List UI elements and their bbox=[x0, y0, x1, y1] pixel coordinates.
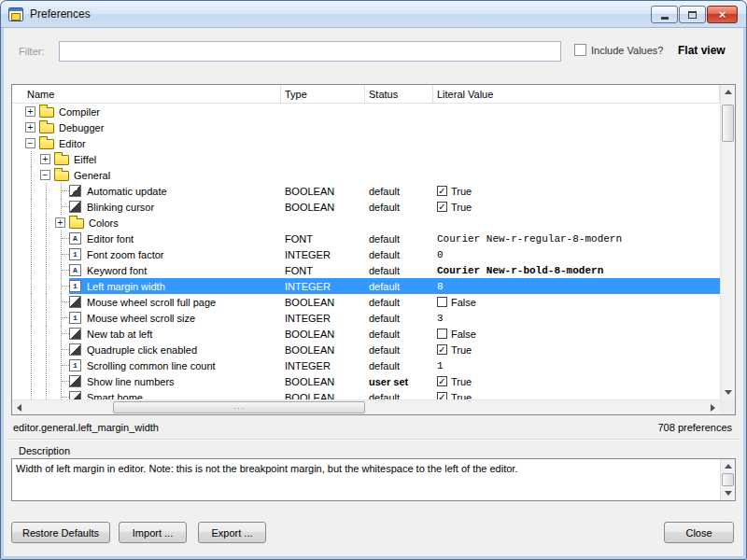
tree-row[interactable]: Blinking cursorBOOLEANdefault✓True bbox=[12, 199, 720, 215]
tree-row[interactable]: 1Scrolling common line countINTEGERdefau… bbox=[12, 357, 720, 373]
tree-row[interactable]: Smart homeBOOLEANdefault✓True bbox=[12, 389, 720, 399]
expand-icon[interactable]: + bbox=[55, 217, 65, 228]
expand-icon[interactable]: + bbox=[25, 122, 35, 133]
tree-row[interactable]: AKeyword fontFONTdefaultCourier New-r-bo… bbox=[12, 262, 720, 278]
down-arrow-icon bbox=[725, 491, 732, 496]
name-cell: Automatic update bbox=[12, 183, 281, 199]
bool-preference-icon bbox=[69, 375, 81, 387]
folder-icon bbox=[39, 139, 54, 149]
scroll-down-button[interactable] bbox=[721, 486, 735, 500]
tree-guide bbox=[24, 342, 39, 357]
tree-guide bbox=[24, 357, 39, 373]
tree-row[interactable]: +Colors bbox=[12, 215, 720, 231]
tree-indent bbox=[12, 215, 24, 231]
horizontal-scroll-thumb[interactable]: ··· bbox=[113, 401, 365, 413]
import-button[interactable]: Import ... bbox=[119, 522, 187, 543]
checked-checkbox[interactable]: ✓ bbox=[437, 202, 447, 212]
close-dialog-button[interactable]: Close bbox=[664, 522, 734, 543]
tree-guide bbox=[24, 215, 39, 231]
preferences-grid: Name Type Status Literal Value +Compiler… bbox=[11, 84, 736, 415]
tree-row[interactable]: −General bbox=[12, 167, 720, 183]
tree-guide bbox=[24, 294, 39, 310]
name-cell: 1Scrolling common line count bbox=[12, 357, 281, 373]
minimize-button[interactable] bbox=[651, 6, 678, 23]
scroll-right-button[interactable] bbox=[706, 400, 720, 414]
tree-indent bbox=[12, 151, 24, 167]
column-header-status[interactable]: Status bbox=[365, 85, 433, 103]
tree-row[interactable]: Show line numbersBOOLEANuser set✓True bbox=[12, 373, 720, 389]
titlebar[interactable]: Preferences × bbox=[1, 1, 746, 28]
name-cell: +Eiffel bbox=[12, 151, 281, 167]
tree-row[interactable]: Mouse wheel scroll full pageBOOLEANdefau… bbox=[12, 294, 720, 310]
row-status: default bbox=[365, 342, 433, 357]
checked-checkbox[interactable]: ✓ bbox=[437, 392, 447, 399]
row-literal-value: 3 bbox=[433, 310, 720, 326]
row-status bbox=[365, 135, 433, 151]
separator bbox=[7, 439, 740, 441]
row-name: Editor font bbox=[86, 233, 134, 245]
close-icon: × bbox=[719, 8, 726, 21]
expand-icon[interactable]: + bbox=[40, 154, 50, 164]
expand-icon[interactable]: + bbox=[25, 106, 35, 117]
column-header-name[interactable]: Name bbox=[12, 85, 281, 103]
row-name: Smart home bbox=[86, 392, 143, 400]
maximize-button[interactable] bbox=[679, 6, 706, 23]
collapse-icon[interactable]: − bbox=[25, 138, 35, 148]
tree-guide bbox=[24, 199, 39, 215]
tree-row[interactable]: Quadruple click enabledBOOLEANdefault✓Tr… bbox=[12, 342, 720, 357]
checked-checkbox[interactable]: ✓ bbox=[437, 344, 447, 355]
scroll-up-button[interactable] bbox=[721, 459, 735, 473]
scroll-left-button[interactable] bbox=[12, 400, 26, 414]
include-values-checkbox[interactable] bbox=[574, 44, 586, 56]
tree-row[interactable]: 1Mouse wheel scroll sizeINTEGERdefault3 bbox=[12, 310, 720, 326]
restore-defaults-button[interactable]: Restore Defaults bbox=[11, 522, 110, 543]
value-text: True bbox=[451, 344, 472, 356]
folder-icon bbox=[54, 171, 69, 181]
unchecked-checkbox[interactable] bbox=[437, 329, 447, 339]
tree-guide bbox=[39, 342, 54, 357]
tree-row[interactable]: +Compiler bbox=[12, 104, 720, 119]
tree-guide bbox=[24, 373, 39, 389]
vertical-scrollbar[interactable] bbox=[720, 85, 735, 399]
tree-row[interactable]: 1Font zoom factorINTEGERdefault0 bbox=[12, 246, 720, 262]
horizontal-scrollbar[interactable]: ··· bbox=[12, 399, 720, 414]
preferences-window: Preferences × Filter: Include Values? Fl… bbox=[0, 0, 747, 560]
description-scrollbar[interactable] bbox=[720, 459, 735, 500]
scroll-up-button[interactable] bbox=[721, 85, 735, 99]
tree-row[interactable]: New tab at leftBOOLEANdefaultFalse bbox=[12, 326, 720, 342]
name-cell: −General bbox=[12, 167, 281, 183]
tree-guide: − bbox=[39, 167, 54, 183]
unchecked-checkbox[interactable] bbox=[437, 297, 447, 307]
column-header-literal-value[interactable]: Literal Value bbox=[433, 85, 720, 103]
checked-checkbox[interactable]: ✓ bbox=[437, 376, 447, 386]
vertical-scroll-thumb[interactable] bbox=[722, 105, 734, 142]
tree-guide bbox=[39, 183, 54, 199]
tree-row[interactable]: −Editor bbox=[12, 135, 720, 151]
name-cell: +Compiler bbox=[12, 104, 281, 119]
row-type: INTEGER bbox=[281, 357, 365, 373]
row-type: BOOLEAN bbox=[281, 389, 365, 399]
tree-row[interactable]: 1Left margin widthINTEGERdefault8 bbox=[12, 278, 720, 294]
tree-row[interactable]: Automatic updateBOOLEANdefault✓True bbox=[12, 183, 720, 199]
description-scroll-thumb[interactable] bbox=[722, 473, 734, 486]
tree-guide bbox=[39, 246, 54, 262]
collapse-icon[interactable]: − bbox=[40, 170, 50, 180]
row-literal-value: ✓True bbox=[433, 199, 720, 215]
tree-row[interactable]: AEditor fontFONTdefaultCourier New-r-reg… bbox=[12, 231, 720, 246]
column-header-type[interactable]: Type bbox=[281, 85, 365, 103]
export-button[interactable]: Export ... bbox=[198, 522, 266, 543]
row-type: BOOLEAN bbox=[281, 373, 365, 389]
value-text: Courier New-r-bold-8-modern bbox=[437, 265, 603, 276]
scroll-down-button[interactable] bbox=[721, 385, 735, 399]
filter-input[interactable] bbox=[59, 41, 561, 62]
flat-view-button[interactable]: Flat view bbox=[678, 44, 726, 57]
close-window-button[interactable]: × bbox=[707, 6, 738, 23]
name-cell: Blinking cursor bbox=[12, 199, 281, 215]
tree-indent bbox=[12, 310, 24, 326]
tree-indent bbox=[12, 135, 24, 151]
tree-row[interactable]: +Eiffel bbox=[12, 151, 720, 167]
tree-row[interactable]: +Debugger bbox=[12, 119, 720, 135]
row-name: New tab at left bbox=[86, 329, 152, 340]
value-text: True bbox=[451, 186, 472, 197]
checked-checkbox[interactable]: ✓ bbox=[437, 186, 447, 196]
